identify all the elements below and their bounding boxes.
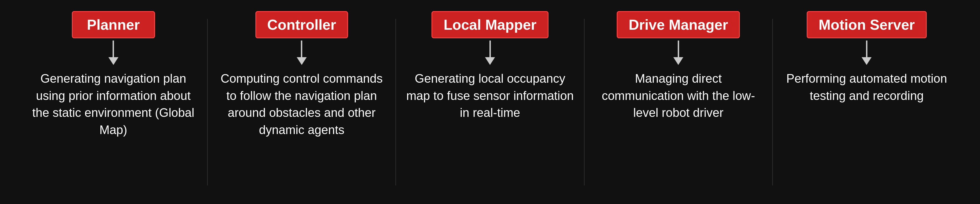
component-motion-server: Motion ServerPerforming automated motion… — [776, 11, 958, 104]
badge-motion-server: Motion Server — [807, 11, 927, 38]
arrow-line-motion-server — [866, 40, 867, 57]
arrow-head-local-mapper — [485, 57, 495, 65]
badge-label-local-mapper: Local Mapper — [444, 16, 536, 33]
arrow-local-mapper — [485, 40, 495, 65]
badge-controller: Controller — [255, 11, 348, 38]
description-drive-manager: Managing direct communication with the l… — [587, 70, 770, 121]
description-controller: Computing control commands to follow the… — [210, 70, 393, 138]
arrow-line-planner — [113, 40, 114, 57]
description-planner: Generating navigation plan using prior i… — [22, 70, 204, 138]
badge-label-motion-server: Motion Server — [819, 16, 915, 33]
badge-local-mapper: Local Mapper — [431, 11, 548, 38]
arrow-line-local-mapper — [490, 40, 491, 57]
arrow-motion-server — [862, 40, 872, 65]
arrow-line-controller — [301, 40, 302, 57]
component-drive-manager: Drive ManagerManaging direct communicati… — [587, 11, 770, 121]
arrow-head-motion-server — [862, 57, 872, 65]
divider — [584, 19, 585, 185]
divider — [395, 19, 396, 185]
component-local-mapper: Local MapperGenerating local occupancy m… — [399, 11, 581, 121]
divider — [772, 19, 773, 185]
description-local-mapper: Generating local occupancy map to fuse s… — [399, 70, 581, 121]
arrow-line-drive-manager — [678, 40, 679, 57]
badge-label-planner: Planner — [87, 16, 140, 33]
description-motion-server: Performing automated motion testing and … — [776, 70, 958, 104]
badge-label-controller: Controller — [267, 16, 336, 33]
arrow-head-drive-manager — [673, 57, 683, 65]
badge-drive-manager: Drive Manager — [617, 11, 740, 38]
arrow-controller — [297, 40, 307, 65]
arrow-drive-manager — [673, 40, 683, 65]
arrow-planner — [108, 40, 118, 65]
arrow-head-planner — [108, 57, 118, 65]
diagram-container: PlannerGenerating navigation plan using … — [0, 0, 980, 204]
arrow-head-controller — [297, 57, 307, 65]
badge-planner: Planner — [72, 11, 155, 38]
component-planner: PlannerGenerating navigation plan using … — [22, 11, 204, 138]
divider — [207, 19, 208, 185]
badge-label-drive-manager: Drive Manager — [628, 16, 728, 33]
component-controller: ControllerComputing control commands to … — [210, 11, 393, 138]
